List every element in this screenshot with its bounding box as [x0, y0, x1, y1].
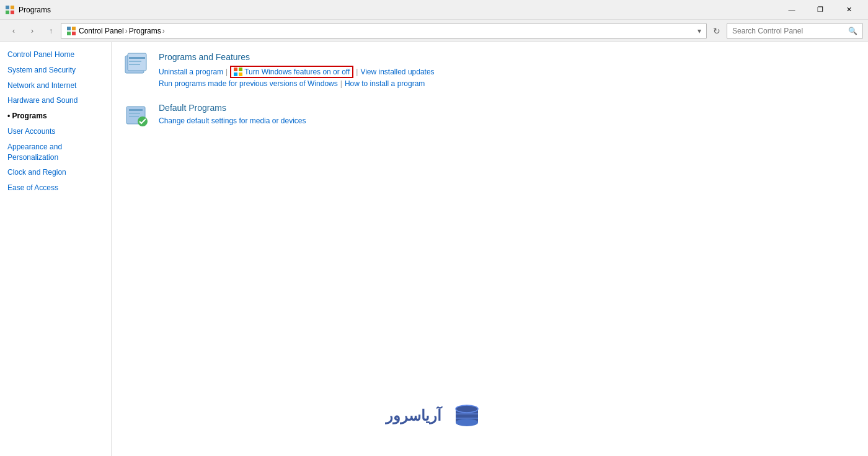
- sidebar-item-clock-and-region[interactable]: Clock and Region: [0, 165, 111, 180]
- svg-point-24: [456, 419, 478, 426]
- uninstall-program-link[interactable]: Uninstall a program: [159, 68, 223, 76]
- sidebar-item-network-and-internet[interactable]: Network and Internet: [0, 78, 111, 94]
- svg-rect-1: [11, 6, 14, 9]
- svg-rect-13: [234, 68, 237, 71]
- change-default-settings-link[interactable]: Change default settings for media or dev…: [159, 116, 306, 125]
- view-installed-updates-link[interactable]: View installed updates: [360, 68, 434, 76]
- sidebar-item-programs[interactable]: Programs: [0, 108, 111, 124]
- address-sep-1: ›: [125, 27, 128, 35]
- windows-icon: [234, 68, 242, 76]
- turn-windows-features-link[interactable]: Turn Windows features on or off: [244, 68, 350, 76]
- svg-rect-0: [6, 6, 9, 9]
- svg-rect-3: [11, 11, 14, 14]
- sidebar-item-user-accounts[interactable]: User Accounts: [0, 124, 111, 139]
- svg-rect-16: [239, 72, 242, 76]
- svg-rect-7: [72, 32, 76, 35]
- close-button[interactable]: ✕: [835, 0, 863, 20]
- svg-rect-4: [67, 27, 71, 30]
- svg-rect-10: [129, 57, 145, 59]
- svg-rect-14: [239, 68, 242, 71]
- sidebar-item-ease-of-access[interactable]: Ease of Access: [0, 180, 111, 196]
- run-programs-previous-link[interactable]: Run programs made for previous versions …: [159, 79, 338, 88]
- sidebar-item-system-and-security[interactable]: System and Security: [0, 63, 111, 78]
- search-bar[interactable]: 🔍: [727, 23, 863, 39]
- sep-3: |: [340, 79, 342, 88]
- svg-rect-2: [6, 11, 9, 14]
- address-path: Control Panel › Programs ›: [79, 27, 165, 35]
- sep-1: |: [226, 68, 228, 76]
- address-dropdown-icon[interactable]: ▾: [698, 27, 701, 35]
- address-sep-2: ›: [162, 27, 165, 35]
- default-programs-section: Default Programs Change default settings…: [124, 103, 856, 128]
- search-icon: 🔍: [848, 27, 857, 35]
- title-bar-controls: — ❐ ✕: [777, 0, 863, 20]
- sidebar: Control Panel Home System and Security N…: [0, 42, 112, 456]
- back-button[interactable]: ‹: [5, 22, 22, 40]
- sidebar-item-hardware-and-sound[interactable]: Hardware and Sound: [0, 93, 111, 108]
- sidebar-item-control-panel-home[interactable]: Control Panel Home: [0, 47, 111, 63]
- forward-button[interactable]: ›: [24, 22, 41, 40]
- title-bar-left: Programs: [5, 5, 51, 15]
- svg-rect-12: [129, 64, 140, 65]
- svg-rect-19: [129, 113, 140, 114]
- watermark-text: آریاسرور: [386, 407, 441, 424]
- search-input[interactable]: [732, 27, 846, 35]
- svg-rect-11: [129, 61, 141, 62]
- content-area: Programs and Features Uninstall a progra…: [112, 42, 868, 456]
- window-title: Programs: [19, 6, 51, 14]
- svg-rect-5: [72, 27, 76, 30]
- maximize-button[interactable]: ❐: [806, 0, 835, 20]
- sidebar-item-appearance-and-personalization[interactable]: Appearance and Personalization: [0, 139, 111, 165]
- main-container: Control Panel Home System and Security N…: [0, 42, 868, 456]
- default-programs-icon: [124, 103, 149, 128]
- title-bar: Programs — ❐ ✕: [0, 0, 868, 20]
- default-programs-body: Default Programs Change default settings…: [159, 103, 856, 128]
- default-programs-title: Default Programs: [159, 103, 856, 113]
- address-bar-icon: [66, 26, 76, 36]
- programs-and-features-section: Programs and Features Uninstall a progra…: [124, 52, 856, 88]
- sep-2: |: [356, 68, 358, 76]
- watermark-icon: [451, 400, 482, 431]
- refresh-button[interactable]: ↻: [708, 22, 725, 40]
- svg-rect-15: [234, 72, 237, 76]
- how-to-install-link[interactable]: How to install a program: [345, 79, 425, 88]
- second-row-links: Run programs made for previous versions …: [159, 79, 856, 88]
- nav-bar: ‹ › ↑ Control Panel › Programs › ▾ ↻ 🔍: [0, 20, 868, 42]
- watermark: آریاسرور: [386, 400, 482, 431]
- programs-features-title: Programs and Features: [159, 52, 856, 62]
- address-programs: Programs: [129, 27, 161, 35]
- minimize-button[interactable]: —: [777, 0, 806, 20]
- up-button[interactable]: ↑: [42, 22, 60, 40]
- svg-rect-18: [129, 109, 143, 111]
- svg-rect-6: [67, 32, 71, 35]
- address-control-panel: Control Panel: [79, 27, 124, 35]
- programs-features-body: Programs and Features Uninstall a progra…: [159, 52, 856, 88]
- default-programs-links: Change default settings for media or dev…: [159, 116, 856, 125]
- turn-windows-features-highlighted[interactable]: Turn Windows features on or off: [230, 66, 353, 78]
- address-bar[interactable]: Control Panel › Programs › ▾: [61, 23, 707, 39]
- app-icon: [5, 5, 15, 15]
- programs-features-icon: [124, 52, 149, 77]
- programs-features-links: Uninstall a program | Turn Windows featu…: [159, 66, 856, 78]
- svg-rect-20: [129, 116, 139, 117]
